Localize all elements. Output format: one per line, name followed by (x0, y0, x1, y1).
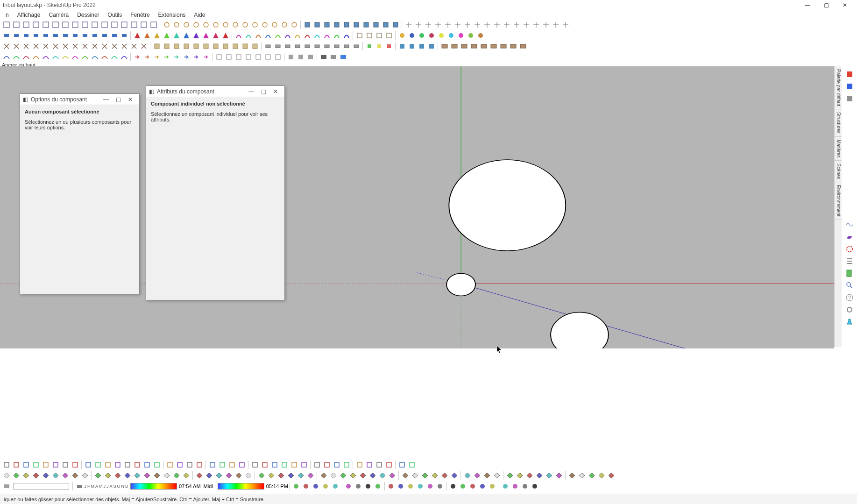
tool-r3e-1[interactable] (407, 42, 416, 50)
tool-b3b-11[interactable] (406, 482, 415, 490)
tool-r3b-10[interactable] (250, 42, 259, 50)
tool-b2-33[interactable] (339, 471, 347, 480)
tool-b3b-1[interactable] (302, 482, 311, 490)
tool-b3b-22[interactable] (521, 482, 530, 490)
tool-r3c-6[interactable] (322, 42, 331, 50)
tool-r4c-5[interactable] (263, 52, 272, 61)
printer-icon[interactable] (75, 482, 84, 490)
tool-b2-50[interactable] (515, 471, 524, 480)
tool-r4-3[interactable] (31, 52, 40, 61)
magnify-icon[interactable] (844, 280, 855, 291)
tool-b2-6[interactable] (61, 471, 70, 480)
tool-r1-7[interactable] (71, 20, 79, 29)
tool-r2e-0[interactable] (397, 31, 406, 40)
tool-r3-4[interactable] (41, 42, 50, 50)
circle-large[interactable] (449, 160, 566, 251)
panel-options-max[interactable]: ▢ (112, 96, 124, 103)
panel-attr-max[interactable]: ▢ (257, 88, 269, 95)
tool-r2c-3[interactable] (263, 31, 272, 40)
tool-r1c-6[interactable] (361, 20, 370, 29)
tool-r3b-7[interactable] (221, 42, 230, 50)
tool-b3b-7[interactable] (364, 482, 373, 490)
tool-b2-58[interactable] (597, 471, 606, 480)
tool-b2-44[interactable] (450, 471, 459, 480)
tool-r3-14[interactable] (139, 42, 148, 50)
tool-r1c-0[interactable] (303, 20, 312, 29)
month-scale[interactable]: document.write(JSON.parse(document.getEl… (84, 484, 128, 489)
tool-b2-19[interactable] (195, 471, 204, 480)
tool-b2-31[interactable] (319, 471, 328, 480)
tool-b1-33[interactable] (342, 460, 351, 469)
cube-blue-icon[interactable] (844, 81, 855, 92)
tool-b3b-19[interactable] (488, 482, 497, 490)
tool-b2-32[interactable] (329, 471, 338, 480)
tool-r3e-0[interactable] (397, 42, 406, 50)
tool-r3-9[interactable] (90, 42, 99, 50)
menu-affichage[interactable]: Affichage (14, 11, 44, 19)
tool-r1-13[interactable] (129, 20, 138, 29)
list-icon[interactable] (844, 256, 855, 266)
tool-b2-1[interactable] (12, 471, 21, 480)
tool-r3c-2[interactable] (283, 42, 292, 50)
tool-r3d-1[interactable] (375, 42, 383, 50)
tool-b2-11[interactable] (113, 471, 122, 480)
tool-r2c-6[interactable] (293, 31, 302, 40)
tool-r1c-8[interactable] (381, 20, 390, 29)
tool-b3b-21[interactable] (511, 482, 520, 490)
tool-r3b-0[interactable] (152, 42, 161, 50)
tool-r4b-1[interactable] (142, 52, 151, 61)
tool-r4e-1[interactable] (329, 52, 338, 61)
tool-b2-28[interactable] (286, 471, 295, 480)
tool-b2-51[interactable] (525, 471, 534, 480)
tool-b2-5[interactable] (51, 471, 60, 480)
tool-r1d-5[interactable] (453, 20, 462, 29)
tool-b2-23[interactable] (234, 471, 243, 480)
tool-r1d-0[interactable] (404, 20, 413, 29)
tool-b1-39[interactable] (407, 460, 416, 469)
tool-r4d-2[interactable] (306, 52, 315, 61)
tool-b1-34[interactable] (355, 460, 364, 469)
tool-b1-7[interactable] (71, 460, 79, 469)
tool-b3b-2[interactable] (312, 482, 320, 490)
tool-r1d-12[interactable] (522, 20, 531, 29)
tool-r3-0[interactable] (2, 42, 11, 50)
tool-b1-6[interactable] (61, 460, 70, 469)
tool-b2-29[interactable] (296, 471, 305, 480)
tool-r4-8[interactable] (80, 52, 89, 61)
tool-r3-10[interactable] (100, 42, 109, 50)
tool-r3b-8[interactable] (231, 42, 240, 50)
tool-b2-43[interactable] (440, 471, 449, 480)
tool-r3f-5[interactable] (489, 42, 498, 50)
panel-options-close[interactable]: ✕ (124, 96, 136, 103)
tool-r3-11[interactable] (110, 42, 119, 50)
tool-r3f-3[interactable] (469, 42, 478, 50)
tool-r1d-6[interactable] (463, 20, 472, 29)
tool-b1-31[interactable] (322, 460, 331, 469)
tool-b1-1[interactable] (12, 460, 21, 469)
tool-b2-24[interactable] (244, 471, 253, 480)
tool-r1d-16[interactable] (561, 20, 570, 29)
tool-b2-4[interactable] (41, 471, 50, 480)
tool-r1b-1[interactable] (172, 20, 181, 29)
tab-palette[interactable]: Palette par défaut (835, 66, 842, 109)
tool-r1d-10[interactable] (502, 20, 511, 29)
minimize-button[interactable]: — (798, 0, 817, 10)
tool-b2-38[interactable] (388, 471, 397, 480)
tool-b3b-23[interactable] (531, 482, 539, 490)
tool-b2-55[interactable] (567, 471, 576, 480)
tool-b1-32[interactable] (332, 460, 341, 469)
tool-r4c-0[interactable] (214, 52, 223, 61)
tool-b1-14[interactable] (142, 460, 151, 469)
tool-b1-18[interactable] (185, 460, 194, 469)
tool-r3-12[interactable] (120, 42, 128, 50)
tool-b1-16[interactable] (165, 460, 174, 469)
tool-b2-49[interactable] (505, 471, 514, 480)
circle-small[interactable] (446, 273, 475, 296)
tool-r2e-8[interactable] (476, 31, 485, 40)
tool-r3c-4[interactable] (303, 42, 312, 50)
tool-r4c-6[interactable] (273, 52, 282, 61)
tool-r2c-10[interactable] (332, 31, 341, 40)
tool-r1c-4[interactable] (342, 20, 351, 29)
tool-b3b-16[interactable] (459, 482, 467, 490)
tool-r1d-2[interactable] (424, 20, 432, 29)
